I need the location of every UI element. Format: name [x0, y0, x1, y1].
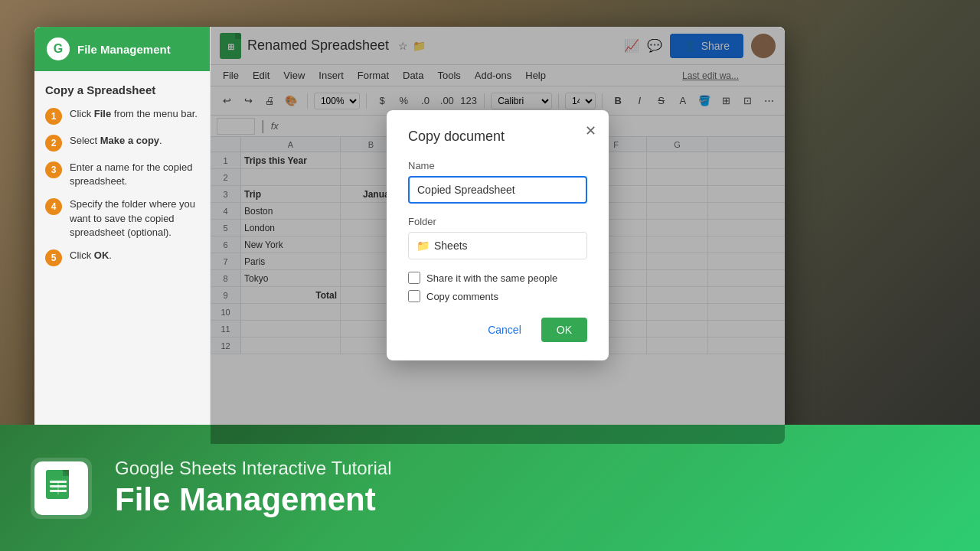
step-text-2: Select Make a copy. — [70, 134, 162, 148]
step-number-3: 3 — [45, 161, 62, 178]
step-text-4: Specify the folder where you want to sav… — [70, 197, 199, 240]
comments-checkbox-group: Copy comments — [408, 290, 587, 302]
svg-rect-2 — [69, 476, 75, 499]
step-item-4: 4 Specify the folder where you want to s… — [45, 197, 199, 240]
section-title: Copy a Spreadsheet — [45, 83, 199, 96]
step-item-2: 2 Select Make a copy. — [45, 134, 199, 152]
sheets-large-logo — [34, 461, 88, 515]
banner-icon-container — [31, 458, 92, 519]
step-text-3: Enter a name for the copied spreadsheet. — [70, 161, 199, 188]
cancel-button[interactable]: Cancel — [475, 318, 534, 342]
banner-subtitle: Google Sheets Interactive Tutorial — [115, 458, 392, 479]
share-checkbox-group: Share it with the same people — [408, 272, 587, 284]
folder-field: Folder 📁 Sheets — [408, 216, 587, 259]
sidebar-header: G File Management — [34, 27, 210, 71]
step-text-1: Click File from the menu bar. — [70, 107, 198, 121]
share-label: Share it with the same people — [426, 272, 557, 284]
dialog-title: Copy document — [408, 129, 587, 145]
comments-checkbox[interactable] — [408, 290, 420, 302]
banner-text: Google Sheets Interactive Tutorial File … — [115, 458, 392, 517]
tutorial-sidebar: G File Management Copy a Spreadsheet 1 C… — [34, 27, 211, 444]
step-item-1: 1 Click File from the menu bar. — [45, 107, 199, 125]
dialog-actions: Cancel OK — [408, 318, 587, 342]
step-item-5: 5 Click OK. — [45, 249, 199, 266]
dialog-overlay: Copy document ✕ Name Folder 📁 Sheets Sha… — [211, 27, 785, 444]
step-number-1: 1 — [45, 108, 62, 125]
step-number-2: 2 — [45, 135, 62, 152]
step-number-5: 5 — [45, 249, 62, 266]
name-label: Name — [408, 160, 587, 171]
ok-button[interactable]: OK — [541, 318, 587, 342]
comments-label: Copy comments — [426, 291, 498, 302]
dialog-close-button[interactable]: ✕ — [585, 122, 596, 139]
folder-selector[interactable]: 📁 Sheets — [408, 232, 587, 259]
app-logo: G — [47, 37, 70, 60]
folder-value: Sheets — [434, 240, 468, 252]
name-field: Name — [408, 160, 587, 204]
laptop-screen: G File Management Copy a Spreadsheet 1 C… — [34, 27, 785, 444]
step-item-3: 3 Enter a name for the copied spreadshee… — [45, 161, 199, 188]
name-input[interactable] — [408, 176, 587, 204]
step-number-4: 4 — [45, 198, 62, 215]
sidebar-title: File Management — [77, 43, 171, 56]
step-text-5: Click OK. — [70, 249, 112, 262]
sheets-area: ⊞ Renamed Spreadsheet ☆ 📁 📈 💬 👤 Share Fi… — [211, 27, 785, 444]
sidebar-content: Copy a Spreadsheet 1 Click File from the… — [34, 71, 210, 288]
folder-small-icon: 📁 — [416, 240, 430, 252]
share-checkbox[interactable] — [408, 272, 420, 284]
folder-label: Folder — [408, 216, 587, 227]
copy-document-dialog: Copy document ✕ Name Folder 📁 Sheets Sha… — [387, 110, 609, 360]
banner-main-title: File Management — [115, 482, 392, 517]
sheets-logo-svg — [43, 470, 80, 507]
